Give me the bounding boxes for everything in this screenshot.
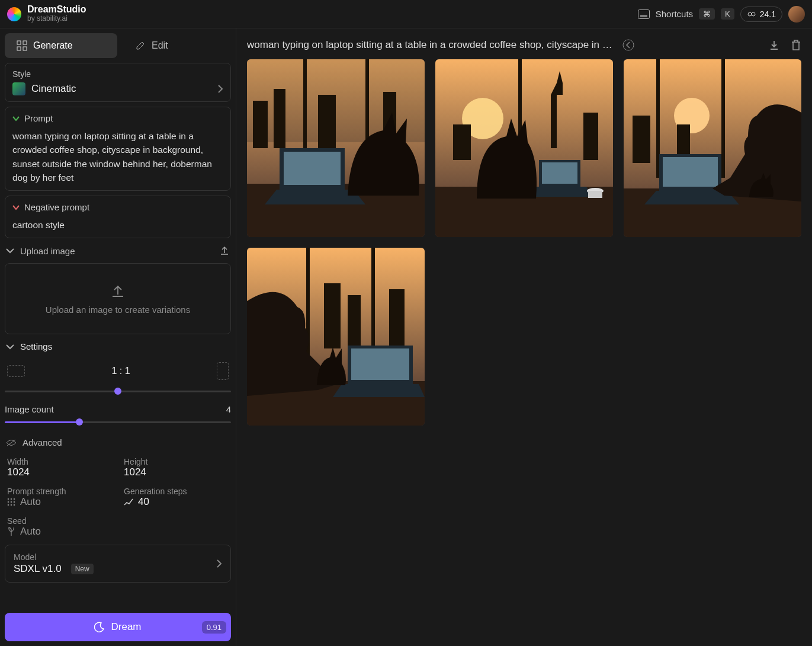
back-arrow-icon[interactable] <box>622 39 634 51</box>
chevron-down-icon <box>6 344 14 350</box>
advanced-toggle[interactable]: Advanced <box>5 435 231 450</box>
brand: DreamStudio by stability.ai <box>27 5 86 23</box>
svg-rect-26 <box>318 95 336 148</box>
brand-title: DreamStudio <box>27 5 86 14</box>
aspect-slider[interactable] <box>5 391 231 392</box>
model-selector[interactable]: Model SDXL v1.0 New <box>5 545 231 583</box>
topbar: DreamStudio by stability.ai Shortcuts ⌘ … <box>0 0 812 28</box>
prompt-strength-label: Prompt strength <box>7 487 112 496</box>
avatar[interactable] <box>788 6 805 23</box>
svg-rect-7 <box>23 47 27 50</box>
upload-icon[interactable] <box>219 245 230 256</box>
shortcut-key-k: K <box>721 8 734 20</box>
svg-rect-0 <box>638 9 649 18</box>
result-image-3[interactable] <box>624 59 801 237</box>
content-area: woman typing on laptop sitting at a tabl… <box>236 28 812 646</box>
svg-rect-40 <box>542 162 577 184</box>
chevron-right-icon <box>217 84 223 94</box>
edit-icon <box>135 40 146 51</box>
svg-point-11 <box>14 498 15 500</box>
generation-steps-label: Generation steps <box>124 487 229 496</box>
model-value: SDXL v1.0 <box>14 563 62 575</box>
height-label: Height <box>124 457 229 466</box>
model-label: Model <box>14 552 94 562</box>
chevron-down-icon[interactable] <box>6 248 14 254</box>
upload-icon <box>110 283 126 299</box>
tab-generate[interactable]: Generate <box>5 33 117 58</box>
prompt-section[interactable]: Prompt woman typing on laptop sitting at… <box>5 107 231 191</box>
aspect-portrait-icon[interactable] <box>217 362 229 380</box>
credits-icon <box>747 9 756 19</box>
height-value[interactable]: 1024 <box>124 466 229 478</box>
svg-rect-30 <box>284 152 341 185</box>
chevron-down-icon <box>12 204 20 210</box>
svg-rect-43 <box>588 191 602 198</box>
svg-marker-41 <box>530 187 592 197</box>
aspect-landscape-icon[interactable] <box>7 365 25 377</box>
svg-marker-63 <box>333 384 425 397</box>
tab-edit-label: Edit <box>152 40 168 51</box>
download-icon[interactable] <box>768 39 780 51</box>
upload-dropzone[interactable]: Upload an image to create variations <box>5 263 231 334</box>
image-count-label: Image count <box>5 404 54 414</box>
width-label: Width <box>7 457 112 466</box>
tab-edit[interactable]: Edit <box>123 33 230 58</box>
negative-prompt-text[interactable]: cartoon style <box>12 218 223 232</box>
svg-rect-4 <box>17 41 21 44</box>
svg-rect-37 <box>583 113 598 160</box>
svg-point-10 <box>11 498 12 500</box>
result-image-2[interactable] <box>435 59 613 237</box>
negative-prompt-section[interactable]: Negative prompt cartoon style <box>5 196 231 238</box>
svg-point-12 <box>8 501 9 503</box>
settings-header[interactable]: Settings <box>5 339 231 354</box>
app-logo <box>7 7 21 21</box>
chevron-down-icon <box>12 116 20 121</box>
svg-rect-25 <box>274 89 285 148</box>
svg-point-14 <box>14 501 15 503</box>
credits-value: 24.1 <box>760 9 776 19</box>
svg-rect-6 <box>17 47 21 50</box>
svg-rect-57 <box>324 283 341 348</box>
svg-point-9 <box>8 498 9 500</box>
svg-point-15 <box>8 504 9 506</box>
credits-pill[interactable]: 24.1 <box>740 7 782 22</box>
style-section[interactable]: Style Cinematic <box>5 63 231 102</box>
prompt-label: Prompt <box>24 113 53 123</box>
svg-point-13 <box>11 501 12 503</box>
result-image-1[interactable] <box>247 59 425 237</box>
svg-rect-47 <box>721 59 725 178</box>
svg-rect-36 <box>453 124 471 160</box>
shortcuts-button[interactable]: Shortcuts ⌘ K <box>638 8 734 20</box>
prompt-strength-value[interactable]: Auto <box>7 496 112 508</box>
keyboard-icon <box>638 9 650 19</box>
trash-icon[interactable] <box>791 39 801 51</box>
width-value[interactable]: 1024 <box>7 466 112 478</box>
result-image-4[interactable] <box>247 248 425 426</box>
generation-title: woman typing on laptop sitting at a tabl… <box>247 39 614 51</box>
shortcut-key-cmd: ⌘ <box>699 8 715 20</box>
image-count-slider[interactable] <box>5 421 231 423</box>
svg-rect-1 <box>640 15 647 17</box>
seed-label: Seed <box>7 516 112 526</box>
svg-point-16 <box>11 504 12 506</box>
prompt-text[interactable]: woman typing on laptop sitting at a tabl… <box>12 129 223 184</box>
advanced-label: Advanced <box>23 437 62 447</box>
seed-value[interactable]: Auto <box>7 526 112 538</box>
chevron-right-icon <box>216 559 222 568</box>
dream-button[interactable]: Dream 0.91 <box>5 613 231 641</box>
upload-drop-text: Upload an image to create variations <box>46 305 190 315</box>
upload-image-label: Upload image <box>20 246 75 256</box>
generation-steps-value[interactable]: 40 <box>124 496 229 508</box>
svg-rect-56 <box>371 248 375 360</box>
grid-icon <box>17 40 27 51</box>
seed-text: Auto <box>20 526 41 538</box>
style-thumbnail <box>12 82 25 95</box>
svg-rect-52 <box>663 157 718 187</box>
svg-line-8 <box>7 440 15 446</box>
settings-label: Settings <box>20 341 52 351</box>
svg-rect-62 <box>351 348 409 380</box>
tab-generate-label: Generate <box>33 40 73 51</box>
generation-steps-text: 40 <box>138 496 149 508</box>
shortcuts-label: Shortcuts <box>656 9 693 19</box>
svg-point-3 <box>752 12 755 16</box>
